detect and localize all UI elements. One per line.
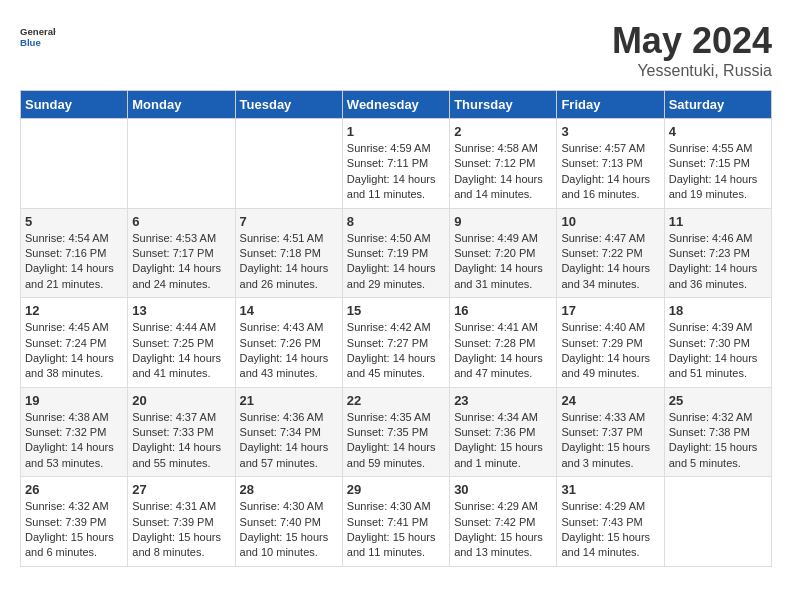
day-number: 14 <box>240 303 338 318</box>
weekday-header-sunday: Sunday <box>21 91 128 119</box>
weekday-header-row: SundayMondayTuesdayWednesdayThursdayFrid… <box>21 91 772 119</box>
sunset-text: Sunset: 7:42 PM <box>454 516 535 528</box>
sunset-text: Sunset: 7:20 PM <box>454 247 535 259</box>
cell-content: Sunrise: 4:29 AM Sunset: 7:43 PM Dayligh… <box>561 499 659 561</box>
sunset-text: Sunset: 7:11 PM <box>347 157 428 169</box>
daylight-text: Daylight: 14 hours and 43 minutes. <box>240 352 329 379</box>
calendar-cell <box>21 119 128 209</box>
weekday-header-friday: Friday <box>557 91 664 119</box>
sunset-text: Sunset: 7:13 PM <box>561 157 642 169</box>
daylight-text: Daylight: 15 hours and 6 minutes. <box>25 531 114 558</box>
day-number: 22 <box>347 393 445 408</box>
daylight-text: Daylight: 14 hours and 47 minutes. <box>454 352 543 379</box>
sunrise-text: Sunrise: 4:49 AM <box>454 232 538 244</box>
calendar-cell: 9 Sunrise: 4:49 AM Sunset: 7:20 PM Dayli… <box>450 208 557 298</box>
daylight-text: Daylight: 14 hours and 11 minutes. <box>347 173 436 200</box>
week-row-3: 12 Sunrise: 4:45 AM Sunset: 7:24 PM Dayl… <box>21 298 772 388</box>
sunrise-text: Sunrise: 4:54 AM <box>25 232 109 244</box>
daylight-text: Daylight: 14 hours and 55 minutes. <box>132 441 221 468</box>
cell-content: Sunrise: 4:30 AM Sunset: 7:40 PM Dayligh… <box>240 499 338 561</box>
cell-content: Sunrise: 4:38 AM Sunset: 7:32 PM Dayligh… <box>25 410 123 472</box>
daylight-text: Daylight: 15 hours and 14 minutes. <box>561 531 650 558</box>
sunrise-text: Sunrise: 4:41 AM <box>454 321 538 333</box>
day-number: 8 <box>347 214 445 229</box>
weekday-header-wednesday: Wednesday <box>342 91 449 119</box>
cell-content: Sunrise: 4:59 AM Sunset: 7:11 PM Dayligh… <box>347 141 445 203</box>
sunrise-text: Sunrise: 4:32 AM <box>669 411 753 423</box>
sunrise-text: Sunrise: 4:47 AM <box>561 232 645 244</box>
cell-content: Sunrise: 4:51 AM Sunset: 7:18 PM Dayligh… <box>240 231 338 293</box>
sunset-text: Sunset: 7:19 PM <box>347 247 428 259</box>
weekday-header-thursday: Thursday <box>450 91 557 119</box>
day-number: 5 <box>25 214 123 229</box>
day-number: 18 <box>669 303 767 318</box>
cell-content: Sunrise: 4:29 AM Sunset: 7:42 PM Dayligh… <box>454 499 552 561</box>
daylight-text: Daylight: 14 hours and 16 minutes. <box>561 173 650 200</box>
calendar-cell: 13 Sunrise: 4:44 AM Sunset: 7:25 PM Dayl… <box>128 298 235 388</box>
cell-content: Sunrise: 4:36 AM Sunset: 7:34 PM Dayligh… <box>240 410 338 472</box>
sunset-text: Sunset: 7:25 PM <box>132 337 213 349</box>
day-number: 4 <box>669 124 767 139</box>
daylight-text: Daylight: 14 hours and 41 minutes. <box>132 352 221 379</box>
day-number: 17 <box>561 303 659 318</box>
title-block: May 2024 Yessentuki, Russia <box>612 20 772 80</box>
sunset-text: Sunset: 7:43 PM <box>561 516 642 528</box>
sunrise-text: Sunrise: 4:32 AM <box>25 500 109 512</box>
day-number: 23 <box>454 393 552 408</box>
daylight-text: Daylight: 15 hours and 13 minutes. <box>454 531 543 558</box>
daylight-text: Daylight: 15 hours and 11 minutes. <box>347 531 436 558</box>
sunrise-text: Sunrise: 4:39 AM <box>669 321 753 333</box>
day-number: 3 <box>561 124 659 139</box>
sunset-text: Sunset: 7:26 PM <box>240 337 321 349</box>
cell-content: Sunrise: 4:47 AM Sunset: 7:22 PM Dayligh… <box>561 231 659 293</box>
week-row-4: 19 Sunrise: 4:38 AM Sunset: 7:32 PM Dayl… <box>21 387 772 477</box>
calendar-table: SundayMondayTuesdayWednesdayThursdayFrid… <box>20 90 772 567</box>
cell-content: Sunrise: 4:32 AM Sunset: 7:38 PM Dayligh… <box>669 410 767 472</box>
week-row-1: 1 Sunrise: 4:59 AM Sunset: 7:11 PM Dayli… <box>21 119 772 209</box>
calendar-cell: 3 Sunrise: 4:57 AM Sunset: 7:13 PM Dayli… <box>557 119 664 209</box>
cell-content: Sunrise: 4:30 AM Sunset: 7:41 PM Dayligh… <box>347 499 445 561</box>
sunrise-text: Sunrise: 4:33 AM <box>561 411 645 423</box>
day-number: 20 <box>132 393 230 408</box>
day-number: 31 <box>561 482 659 497</box>
calendar-cell: 7 Sunrise: 4:51 AM Sunset: 7:18 PM Dayli… <box>235 208 342 298</box>
daylight-text: Daylight: 14 hours and 19 minutes. <box>669 173 758 200</box>
cell-content: Sunrise: 4:45 AM Sunset: 7:24 PM Dayligh… <box>25 320 123 382</box>
sunset-text: Sunset: 7:29 PM <box>561 337 642 349</box>
sunset-text: Sunset: 7:24 PM <box>25 337 106 349</box>
sunrise-text: Sunrise: 4:43 AM <box>240 321 324 333</box>
sunrise-text: Sunrise: 4:40 AM <box>561 321 645 333</box>
sunrise-text: Sunrise: 4:29 AM <box>454 500 538 512</box>
calendar-cell: 28 Sunrise: 4:30 AM Sunset: 7:40 PM Dayl… <box>235 477 342 567</box>
day-number: 21 <box>240 393 338 408</box>
weekday-header-saturday: Saturday <box>664 91 771 119</box>
weekday-header-tuesday: Tuesday <box>235 91 342 119</box>
sunrise-text: Sunrise: 4:42 AM <box>347 321 431 333</box>
day-number: 26 <box>25 482 123 497</box>
daylight-text: Daylight: 14 hours and 31 minutes. <box>454 262 543 289</box>
logo: General Blue <box>20 20 56 56</box>
daylight-text: Daylight: 15 hours and 10 minutes. <box>240 531 329 558</box>
calendar-cell: 15 Sunrise: 4:42 AM Sunset: 7:27 PM Dayl… <box>342 298 449 388</box>
daylight-text: Daylight: 15 hours and 5 minutes. <box>669 441 758 468</box>
day-number: 27 <box>132 482 230 497</box>
calendar-cell: 30 Sunrise: 4:29 AM Sunset: 7:42 PM Dayl… <box>450 477 557 567</box>
sunrise-text: Sunrise: 4:38 AM <box>25 411 109 423</box>
sunset-text: Sunset: 7:41 PM <box>347 516 428 528</box>
week-row-5: 26 Sunrise: 4:32 AM Sunset: 7:39 PM Dayl… <box>21 477 772 567</box>
sunrise-text: Sunrise: 4:36 AM <box>240 411 324 423</box>
sunset-text: Sunset: 7:16 PM <box>25 247 106 259</box>
day-number: 7 <box>240 214 338 229</box>
day-number: 10 <box>561 214 659 229</box>
sunset-text: Sunset: 7:18 PM <box>240 247 321 259</box>
calendar-cell: 26 Sunrise: 4:32 AM Sunset: 7:39 PM Dayl… <box>21 477 128 567</box>
daylight-text: Daylight: 14 hours and 57 minutes. <box>240 441 329 468</box>
calendar-cell: 23 Sunrise: 4:34 AM Sunset: 7:36 PM Dayl… <box>450 387 557 477</box>
day-number: 28 <box>240 482 338 497</box>
calendar-cell <box>235 119 342 209</box>
cell-content: Sunrise: 4:58 AM Sunset: 7:12 PM Dayligh… <box>454 141 552 203</box>
sunset-text: Sunset: 7:39 PM <box>25 516 106 528</box>
sunrise-text: Sunrise: 4:37 AM <box>132 411 216 423</box>
cell-content: Sunrise: 4:40 AM Sunset: 7:29 PM Dayligh… <box>561 320 659 382</box>
sunrise-text: Sunrise: 4:46 AM <box>669 232 753 244</box>
